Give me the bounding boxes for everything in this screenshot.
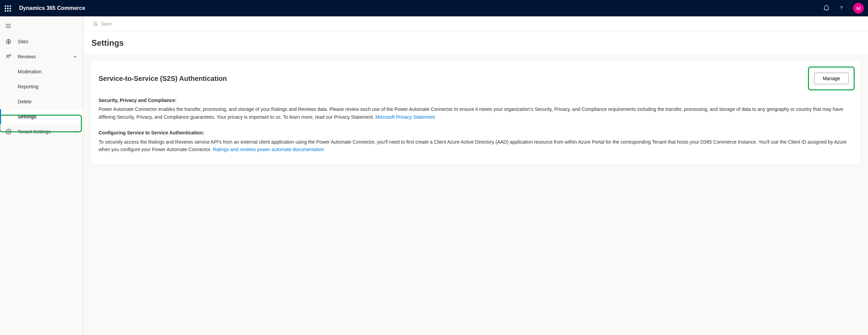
- commandbar: Save: [83, 16, 868, 31]
- help-icon[interactable]: [838, 5, 845, 12]
- sidebar-item-label: Sites: [18, 39, 28, 44]
- svg-point-4: [8, 131, 10, 133]
- svg-point-1: [841, 10, 841, 10]
- section2-text: To securely access the Ratings and Revie…: [99, 139, 847, 152]
- globe-icon: [5, 39, 12, 45]
- section1-body: Power Automate Connector enables the tra…: [99, 105, 853, 121]
- avatar-initial: M: [856, 5, 861, 11]
- sidebar-item-label: Reporting: [18, 84, 39, 89]
- topbar-left: Dynamics 365 Commerce: [4, 5, 85, 12]
- save-button[interactable]: Save: [91, 19, 113, 29]
- avatar[interactable]: M: [853, 3, 864, 14]
- sidebar-subitem-settings[interactable]: Settings: [0, 109, 83, 124]
- svg-point-3: [7, 55, 9, 57]
- sidebar-item-tenant-settings[interactable]: Tenant Settings: [0, 124, 83, 139]
- bell-icon[interactable]: [823, 5, 830, 12]
- sidebar-subitem-moderation[interactable]: Moderation: [0, 64, 83, 79]
- sidebar-item-label: Settings: [18, 114, 37, 119]
- save-icon: [93, 21, 98, 27]
- sidebar-subitem-reporting[interactable]: Reporting: [0, 79, 83, 94]
- save-label: Save: [101, 21, 112, 27]
- person-feedback-icon: [5, 54, 12, 60]
- content-area: Save Settings Service-to-Service (S2S) A…: [83, 16, 868, 335]
- card-header: Service-to-Service (S2S) Authentication …: [99, 69, 853, 88]
- cards-container: Service-to-Service (S2S) Authentication …: [83, 53, 868, 171]
- section2-body: To securely access the Ratings and Revie…: [99, 138, 853, 154]
- section2-label: Configuring Service to Service Authentic…: [99, 129, 853, 136]
- sidebar-item-label: Tenant Settings: [18, 129, 51, 134]
- gear-icon: [5, 129, 12, 135]
- shell: Sites Reviews Moderation Reporting Delet…: [0, 16, 868, 335]
- s2s-auth-card: Service-to-Service (S2S) Authentication …: [90, 60, 861, 164]
- sidebar-item-label: Moderation: [18, 69, 42, 74]
- hamburger-button[interactable]: [0, 19, 83, 34]
- sidebar: Sites Reviews Moderation Reporting Delet…: [0, 16, 83, 335]
- topbar: Dynamics 365 Commerce M: [0, 0, 868, 16]
- chevron-down-icon: [73, 129, 77, 134]
- page-title: Settings: [91, 38, 860, 48]
- section1-text: Power Automate Connector enables the tra…: [99, 106, 843, 119]
- sidebar-item-reviews[interactable]: Reviews: [0, 49, 83, 64]
- privacy-statement-link[interactable]: Microsoft Privacy Statement: [375, 114, 435, 120]
- manage-button[interactable]: Manage: [814, 73, 849, 84]
- sidebar-item-label: Reviews: [18, 54, 36, 59]
- card-title: Service-to-Service (S2S) Authentication: [99, 75, 227, 83]
- waffle-icon[interactable]: [4, 5, 11, 12]
- power-automate-doc-link[interactable]: Ratings and reviews power automate docum…: [213, 147, 324, 152]
- sidebar-subitem-delete[interactable]: Delete: [0, 94, 83, 109]
- section1-label: Security, Privacy and Compliance:: [99, 97, 853, 104]
- sidebar-item-sites[interactable]: Sites: [0, 34, 83, 49]
- sidebar-item-label: Delete: [18, 99, 31, 104]
- page-header: Settings: [83, 31, 868, 53]
- chevron-up-icon: [73, 54, 77, 59]
- app-title: Dynamics 365 Commerce: [19, 5, 85, 11]
- topbar-right: M: [823, 3, 864, 14]
